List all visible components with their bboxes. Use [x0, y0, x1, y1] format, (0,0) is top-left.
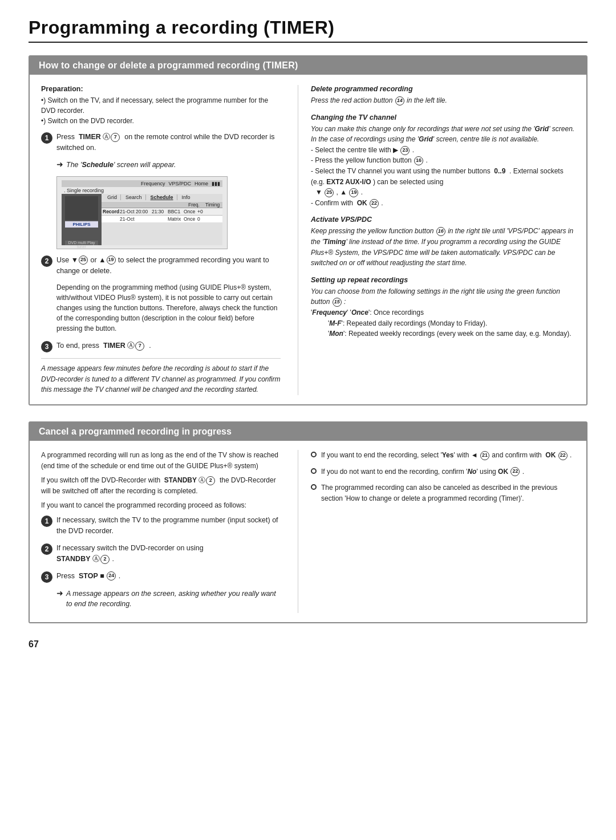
cancel-step-2-circle: 2: [41, 543, 52, 555]
bullet-circle-2: [311, 468, 317, 474]
cancel-step-1-circle: 1: [41, 516, 52, 527]
step-2-text: Use ▼25 or ▲19 to select the programmed …: [56, 255, 281, 277]
cancel-bullet-1-text: If you want to end the recording, select…: [321, 450, 572, 461]
title-divider: [29, 42, 587, 43]
changing-channel-text: You can make this change only for record…: [311, 124, 575, 209]
prep-title: Preparation:: [41, 85, 281, 93]
cancel-step-3: 3 Press STOP ■ 24 .: [41, 571, 281, 583]
cancel-step-3-circle: 3: [41, 571, 52, 583]
page-number: 67: [29, 639, 587, 650]
cancel-bullet-2-text: If you do not want to end the recording,…: [321, 466, 524, 477]
delete-text: Press the red action button 14 in the le…: [311, 95, 575, 106]
section-cancel: Cancel a programmed recording in progres…: [29, 421, 587, 623]
step-1-circle: 1: [41, 132, 52, 144]
cancel-step-1: 1 If necessary, switch the TV to the pro…: [41, 515, 281, 537]
subsection-changing-channel: Changing the TV channel You can make thi…: [311, 113, 575, 209]
cancel-content: A programmed recording will run as long …: [30, 441, 586, 622]
subsection-repeat: Setting up repeat recordings You can cho…: [311, 276, 575, 339]
step-3: 3 To end, press TIMER Ⓐ7 .: [41, 340, 281, 352]
bullet-circle-3: [311, 484, 317, 490]
section-change-delete-content: Preparation: •) Switch on the TV, and if…: [30, 75, 586, 404]
cancel-intro-1: A programmed recording will run as long …: [41, 450, 281, 471]
cancel-bullet-1: If you want to end the recording, select…: [311, 450, 575, 461]
section-change-delete-header: How to change or delete a programmed rec…: [30, 56, 586, 75]
repeat-text: You can choose from the following settin…: [311, 286, 575, 339]
cancel-step-3-text: Press STOP ■ 24 .: [56, 571, 120, 582]
cancel-intro-3: If you want to cancel the programmed rec…: [41, 500, 281, 511]
step-1-text: Press TIMER Ⓐ7 on the remote control whi…: [56, 132, 281, 154]
step-2-circle: 2: [41, 255, 52, 267]
prep-text: •) Switch on the TV, and if necessary, s…: [41, 95, 281, 126]
step-2-body: Depending on the programming method (usi…: [56, 282, 281, 334]
cancel-intro-2: If you switch off the DVD-Recorder with …: [41, 475, 281, 496]
step-2: 2 Use ▼25 or ▲19 to select the programme…: [41, 255, 281, 277]
bullet-circle-1: [311, 452, 317, 457]
step-1: 1 Press TIMER Ⓐ7 on the remote control w…: [41, 132, 281, 154]
cancel-bullet-3: The programmed recording can also be can…: [311, 482, 575, 504]
right-column: Delete programmed recording Press the re…: [298, 85, 575, 395]
activate-vps-title: Activate VPS/PDC: [311, 216, 575, 224]
dvd-image: [65, 196, 98, 220]
dvd-screen: Frequency VPS/PDC Home ▮▮▮ . Single reco…: [56, 176, 228, 249]
subsection-delete: Delete programmed recording Press the re…: [311, 85, 575, 106]
bottom-italic-text: A message appears few minutes before the…: [41, 358, 281, 395]
step-1-arrow: ➜ The 'Schedule' screen will appear.: [56, 160, 281, 171]
step-3-circle: 3: [41, 341, 52, 352]
subsection-activate-vps: Activate VPS/PDC Keep pressing the yello…: [311, 216, 575, 268]
cancel-step-1-text: If necessary, switch the TV to the progr…: [56, 515, 281, 537]
changing-channel-title: Changing the TV channel: [311, 113, 575, 121]
cancel-right: If you want to end the recording, select…: [298, 450, 575, 613]
activate-vps-text: Keep pressing the yellow function button…: [311, 226, 575, 268]
page-title: Programming a recording (TIMER): [29, 17, 587, 38]
left-column: Preparation: •) Switch on the TV, and if…: [41, 85, 281, 395]
delete-title: Delete programmed recording: [311, 85, 575, 93]
cancel-bullet-2: If you do not want to end the recording,…: [311, 466, 575, 477]
section-change-delete: How to change or delete a programmed rec…: [29, 55, 587, 405]
cancel-bullet-3-text: The programmed recording can also be can…: [321, 482, 575, 504]
cancel-step-2: 2 If necessary switch the DVD-recorder o…: [41, 543, 281, 565]
repeat-title: Setting up repeat recordings: [311, 276, 575, 284]
cancel-step-3-arrow: ➜ A message appears on the screen, askin…: [56, 589, 281, 610]
cancel-step-2-text: If necessary switch the DVD-recorder on …: [56, 543, 204, 565]
cancel-header: Cancel a programmed recording in progres…: [30, 423, 586, 441]
cancel-left: A programmed recording will run as long …: [41, 450, 281, 613]
step-3-text: To end, press TIMER Ⓐ7 .: [56, 340, 151, 351]
